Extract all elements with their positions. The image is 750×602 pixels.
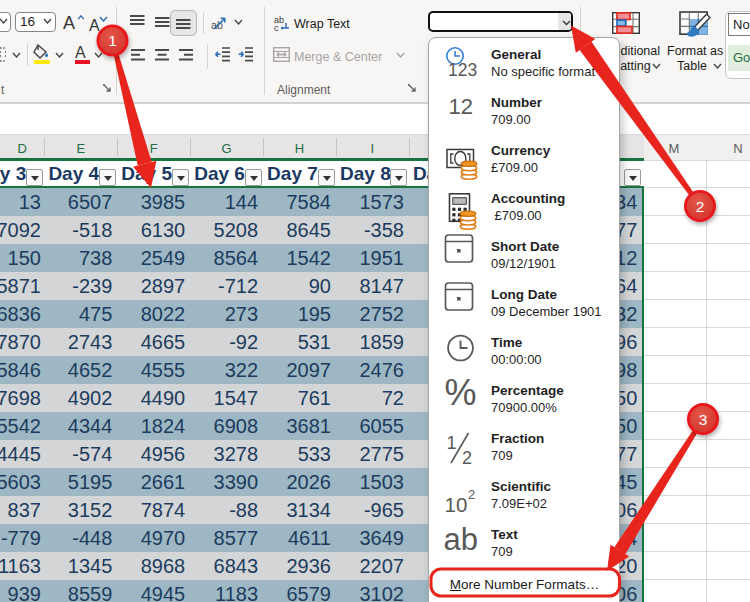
svg-text:c: c bbox=[274, 23, 279, 32]
svg-text:2: 2 bbox=[696, 198, 705, 215]
svg-text:2: 2 bbox=[462, 447, 472, 467]
svg-text:123: 123 bbox=[448, 60, 477, 80]
svg-text:10: 10 bbox=[444, 492, 467, 515]
svg-text:2: 2 bbox=[468, 486, 475, 501]
svg-text:%: % bbox=[444, 371, 476, 412]
svg-text:ab: ab bbox=[211, 19, 223, 31]
svg-text:ab: ab bbox=[443, 521, 477, 556]
svg-text:12: 12 bbox=[448, 93, 472, 118]
svg-text:1: 1 bbox=[446, 432, 456, 452]
